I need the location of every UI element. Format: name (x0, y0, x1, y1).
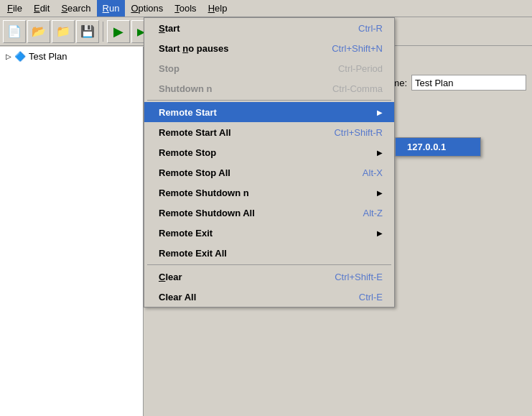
menu-search[interactable]: Search (55, 0, 96, 17)
run-start-icon: ▶ (113, 24, 123, 40)
clear-shortcut: Ctrl+Shift-E (335, 272, 383, 282)
menu-item-clear-all[interactable]: Clear All Ctrl-E (144, 287, 394, 307)
remote-shutdown-all-shortcut: Alt-Z (363, 208, 383, 218)
name-input[interactable] (411, 75, 526, 91)
remote-exit-arrow: ▶ (377, 229, 383, 237)
menu-item-start[interactable]: Start Ctrl-R (144, 18, 394, 38)
new-icon: 📄 (7, 24, 22, 38)
save-button[interactable]: 💾 (76, 20, 99, 43)
menu-help[interactable]: Help (202, 0, 233, 17)
remote-stop-label: Remote Stop (159, 147, 216, 158)
clear-all-label: Clear All (159, 292, 196, 302)
remote-start-label: Remote Start (159, 107, 217, 118)
menu-item-stop: Stop Ctrl-Period (144, 58, 394, 78)
toolbar-separator-1 (103, 22, 103, 42)
menu-tools-label: Tools (174, 3, 196, 14)
test-plan-icon: 🔷 (14, 51, 26, 62)
clear-label: Clear (159, 272, 182, 282)
save-icon: 💾 (80, 24, 95, 38)
menu-item-shutdown-n: Shutdown n Ctrl-Comma (144, 78, 394, 98)
templates-button[interactable]: 📂 (27, 20, 50, 43)
remote-start-all-label: Remote Start All (159, 127, 231, 138)
tree-item-test-plan[interactable]: ▷ 🔷 Test Plan (3, 50, 140, 63)
remote-stop-arrow: ▶ (377, 149, 383, 157)
remote-shutdown-n-arrow: ▶ (377, 189, 383, 197)
run-menu-dropdown[interactable]: Start Ctrl-R Start no pauses Ctrl+Shift+… (144, 17, 395, 308)
shutdown-n-label: Shutdown n (159, 83, 212, 94)
remote-stop-all-label: Remote Stop All (159, 167, 230, 178)
menu-item-remote-stop[interactable]: Remote Stop ▶ (144, 142, 394, 162)
remote-start-all-shortcut: Ctrl+Shift-R (334, 127, 383, 138)
menu-item-remote-shutdown-n[interactable]: Remote Shutdown n ▶ (144, 182, 394, 203)
menu-item-remote-shutdown-all[interactable]: Remote Shutdown All Alt-Z (144, 203, 394, 223)
menu-options-label: Options (131, 3, 163, 14)
clear-all-shortcut: Ctrl-E (359, 292, 383, 302)
remote-shutdown-all-label: Remote Shutdown All (159, 208, 255, 218)
menu-item-remote-start[interactable]: Remote Start ▶ (144, 102, 394, 122)
remote-shutdown-n-label: Remote Shutdown n (159, 188, 249, 198)
menu-item-remote-stop-all[interactable]: Remote Stop All Alt-X (144, 162, 394, 182)
menu-item-start-no-pauses[interactable]: Start no pauses Ctrl+Shift+N (144, 38, 394, 58)
start-label: Start (159, 23, 180, 34)
menubar: File Edit Search Run Options Tools Help (0, 0, 532, 17)
remote-start-arrow: ▶ (377, 108, 383, 116)
new-button[interactable]: 📄 (3, 20, 26, 43)
menu-file[interactable]: File (1, 0, 28, 17)
remote-stop-all-shortcut: Alt-X (363, 167, 383, 178)
stop-shortcut: Ctrl-Period (338, 63, 383, 74)
tree-area: ▷ 🔷 Test Plan (0, 47, 144, 416)
menu-file-label: File (7, 3, 22, 14)
remote-exit-label: Remote Exit (159, 228, 213, 239)
menu-separator-2 (147, 264, 391, 265)
menu-item-remote-start-all[interactable]: Remote Start All Ctrl+Shift-R (144, 122, 394, 142)
start-no-pauses-shortcut: Ctrl+Shift+N (332, 43, 383, 54)
stop-label: Stop (159, 63, 179, 74)
menu-options[interactable]: Options (125, 0, 169, 17)
menu-edit-label: Edit (34, 3, 50, 14)
menu-item-remote-exit[interactable]: Remote Exit ▶ (144, 223, 394, 243)
tree-expand-icon: ▷ (6, 52, 11, 60)
templates-icon: 📂 (32, 24, 46, 38)
remote-exit-all-label: Remote Exit All (159, 248, 227, 259)
menu-item-clear[interactable]: Clear Ctrl+Shift-E (144, 267, 394, 287)
menu-help-label: Help (208, 3, 228, 14)
start-no-pauses-label: Start no pauses (159, 43, 229, 54)
tree-label-test-plan: Test Plan (29, 51, 67, 62)
menu-run-label: Run (103, 3, 120, 14)
start-shortcut: Ctrl-R (358, 23, 383, 34)
open-button[interactable]: 📁 (52, 20, 75, 43)
menu-edit[interactable]: Edit (28, 0, 55, 17)
run-start-button[interactable]: ▶ (107, 20, 130, 43)
menu-run[interactable]: Run (97, 0, 126, 17)
menu-item-remote-exit-all[interactable]: Remote Exit All (144, 243, 394, 263)
open-icon: 📁 (56, 24, 70, 38)
menu-separator-1 (147, 100, 391, 101)
menu-tools[interactable]: Tools (169, 0, 202, 17)
menu-search-label: Search (61, 3, 90, 14)
shutdown-n-shortcut: Ctrl-Comma (332, 83, 383, 94)
